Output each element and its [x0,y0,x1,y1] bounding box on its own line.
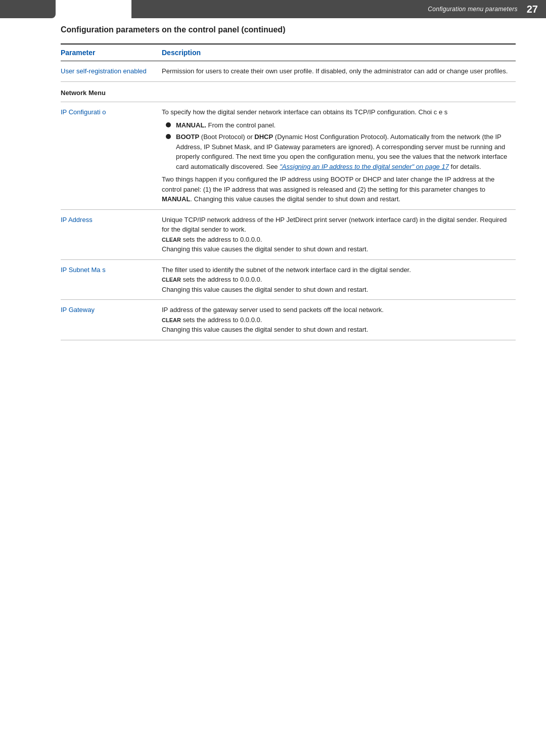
header-bar: Configuration menu parameters 27 [131,0,546,18]
link-assigning-ip[interactable]: "Assigning an IP address to the digital … [280,163,449,170]
param-name: IP Configurati o [61,102,162,210]
list-item: BOOTP (Boot Protocol) or DHCP (Dynamic H… [166,132,511,171]
main-content: Configuration parameters on the control … [61,25,516,371]
param-name: IP Gateway [61,300,162,340]
section-title: Configuration parameters on the control … [61,25,516,34]
desc-paragraph-3: Changing this value causes the digital s… [162,285,511,295]
param-name: IP Address [61,209,162,259]
param-name: User self-registration enabled [61,61,162,82]
desc-paragraph-2: Clear sets the address to 0.0.0.0. [162,275,511,285]
desc-paragraph-2: Clear sets the address to 0.0.0.0. [162,315,511,325]
left-tab-decoration [0,0,56,18]
desc-paragraph: To specify how the digital sender networ… [162,107,511,117]
small-caps-clear: Clear [162,317,181,323]
bullet-list: MANUAL. From the control panel.BOOTP (Bo… [166,120,511,172]
param-desc: The filter used to identify the subnet o… [162,259,516,300]
list-item-text: BOOTP (Boot Protocol) or DHCP (Dynamic H… [176,132,511,171]
small-caps-clear: Clear [162,237,181,243]
param-name: IP Subnet Ma s [61,259,162,300]
desc-paragraph-2: Two things happen if you configured the … [162,174,511,204]
param-desc: To specify how the digital sender networ… [162,102,516,210]
list-item: MANUAL. From the control panel. [166,120,511,130]
param-desc: Unique TCP/IP network address of the HP … [162,209,516,259]
param-desc: IP address of the gateway server used to… [162,300,516,340]
desc-paragraph-3: Changing this value causes the digital s… [162,244,511,254]
bullet-dot [166,134,171,139]
header-page-number: 27 [527,4,538,15]
desc-paragraph: Unique TCP/IP network address of the HP … [162,215,511,235]
bullet-dot [166,122,171,127]
desc-paragraph-2: Clear sets the address to 0.0.0.0. [162,235,511,245]
param-desc: Permission for users to create their own… [162,61,516,82]
small-caps-clear: Clear [162,277,181,283]
section-header-label: Network Menu [61,81,516,102]
desc-paragraph: Permission for users to create their own… [162,66,511,76]
desc-paragraph-3: Changing this value causes the digital s… [162,325,511,335]
desc-paragraph: IP address of the gateway server used to… [162,305,511,315]
params-table: Parameter Description User self-registra… [61,43,516,340]
list-item-text: MANUAL. From the control panel. [176,120,276,130]
desc-paragraph: The filter used to identify the subnet o… [162,265,511,275]
col-desc-header: Description [162,44,516,61]
col-param-header: Parameter [61,44,162,61]
header-title: Configuration menu parameters [428,6,517,13]
